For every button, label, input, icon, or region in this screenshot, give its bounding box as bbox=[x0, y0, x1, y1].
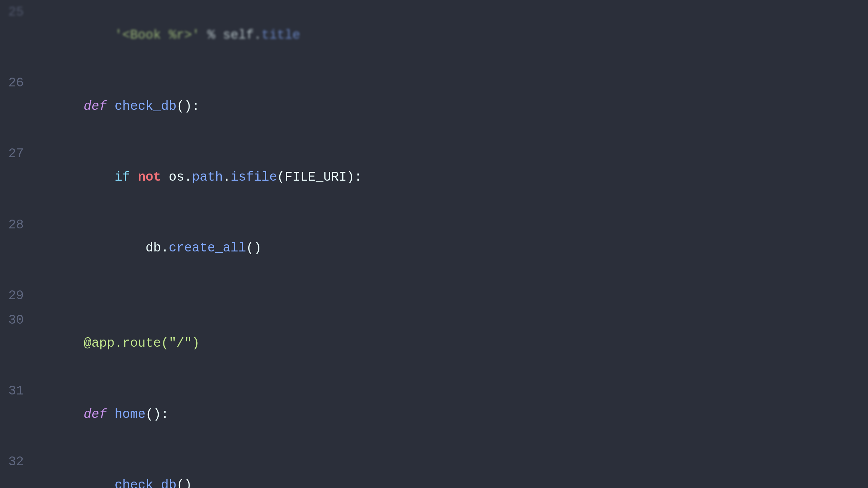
code-token: (): bbox=[145, 407, 169, 422]
code-token bbox=[84, 170, 115, 184]
code-token: path bbox=[192, 170, 223, 184]
code-token: db bbox=[145, 241, 161, 255]
line-content-27: if not os.path.isfile(FILE_URI): bbox=[37, 142, 868, 212]
code-token: . bbox=[184, 170, 192, 184]
code-token: create_all bbox=[169, 241, 246, 255]
code-token: not bbox=[138, 170, 161, 184]
code-token: . bbox=[223, 170, 231, 184]
line-number-26: 26 bbox=[0, 72, 37, 95]
code-token: if bbox=[115, 170, 130, 184]
line-content-28: db.create_all() bbox=[37, 214, 868, 283]
code-token: '<Book %r>' bbox=[115, 28, 200, 42]
code-token: isfile bbox=[231, 170, 277, 184]
line-content-29 bbox=[37, 284, 868, 307]
code-token: self bbox=[223, 28, 254, 42]
line-content-26: def check_db(): bbox=[37, 72, 868, 141]
code-line-28: 28 db.create_all() bbox=[0, 213, 868, 284]
code-token bbox=[84, 241, 145, 255]
line-number-32: 32 bbox=[0, 450, 37, 473]
code-token: () bbox=[176, 478, 192, 488]
code-token: title bbox=[261, 28, 300, 42]
line-content-30: @app.route("/") bbox=[37, 309, 868, 378]
code-token: check_db bbox=[115, 99, 176, 114]
code-token: (): bbox=[177, 99, 200, 114]
code-line-29: 29 bbox=[0, 284, 868, 308]
line-content-32: check_db() bbox=[37, 450, 868, 488]
code-token bbox=[107, 99, 115, 114]
code-line-27: 27 if not os.path.isfile(FILE_URI): bbox=[0, 142, 868, 212]
code-token: . bbox=[254, 28, 262, 42]
line-number-25: 25 bbox=[0, 1, 37, 24]
code-token: home bbox=[115, 407, 145, 422]
code-token: . bbox=[161, 241, 169, 255]
code-token bbox=[84, 478, 115, 488]
code-token: def bbox=[84, 407, 107, 422]
code-token: os bbox=[169, 170, 184, 184]
code-token: () bbox=[246, 241, 262, 255]
line-number-31: 31 bbox=[0, 380, 37, 403]
code-token: def bbox=[84, 99, 107, 114]
code-token bbox=[84, 28, 115, 42]
line-content-25: '<Book %r>' % self.title bbox=[37, 1, 868, 70]
code-line-30: 30 @app.route("/") bbox=[0, 308, 868, 379]
code-line-32: 32 check_db() bbox=[0, 450, 868, 488]
code-line-31: 31 def home(): bbox=[0, 379, 868, 450]
code-token: % bbox=[200, 28, 223, 42]
code-token bbox=[107, 407, 115, 422]
code-token bbox=[130, 170, 138, 184]
code-token: check_db bbox=[115, 478, 176, 488]
line-number-28: 28 bbox=[0, 214, 37, 237]
line-number-27: 27 bbox=[0, 142, 37, 165]
code-line-25: 25 '<Book %r>' % self.title bbox=[0, 0, 868, 71]
code-token: (FILE_URI): bbox=[277, 170, 362, 184]
code-token: @app.route("/") bbox=[84, 336, 200, 350]
line-number-30: 30 bbox=[0, 309, 37, 332]
code-line-26: 26 def check_db(): bbox=[0, 71, 868, 142]
code-token bbox=[161, 170, 169, 184]
line-content-31: def home(): bbox=[37, 380, 868, 449]
line-number-29: 29 bbox=[0, 284, 37, 307]
code-editor: 25 '<Book %r>' % self.title 26 def check… bbox=[0, 0, 868, 488]
